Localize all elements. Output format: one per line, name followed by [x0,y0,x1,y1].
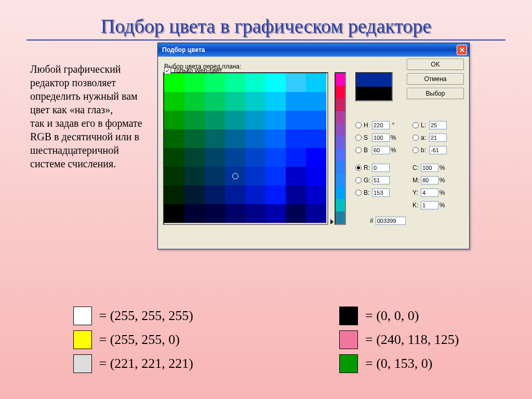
bv-field[interactable] [372,146,390,154]
palette-cell[interactable] [184,92,205,111]
web-only-label: Только Web-цвет [173,67,222,74]
palette-cell[interactable] [184,204,205,223]
palette-cell[interactable] [286,148,306,167]
palette-cell[interactable] [245,204,265,223]
s-field[interactable] [372,134,390,142]
color-palette[interactable] [163,72,328,225]
palette-cell[interactable] [184,129,205,148]
radio-s[interactable] [355,135,362,141]
palette-cell[interactable] [225,185,245,204]
radio-g[interactable] [355,177,362,183]
palette-cell[interactable] [265,129,286,148]
palette-cell[interactable] [245,73,265,92]
palette-cell[interactable] [164,129,184,148]
palette-cell[interactable] [225,92,245,111]
palette-cell[interactable] [306,111,326,129]
web-only-checkbox[interactable]: ✓ [164,68,171,74]
palette-cell[interactable] [306,148,326,167]
radio-h[interactable] [355,122,362,128]
palette-cell[interactable] [225,148,245,167]
palette-cell[interactable] [164,185,184,204]
palette-cell[interactable] [286,204,306,223]
palette-cell[interactable] [245,185,265,204]
palette-cell[interactable] [265,73,286,92]
palette-cell[interactable] [286,185,306,204]
radio-b[interactable] [413,147,419,153]
palette-cell[interactable] [225,111,245,129]
value-fields: H ° L: S % a: B % b: R: [355,119,464,227]
radio-bv[interactable] [355,147,362,153]
palette-cell[interactable] [245,92,265,111]
palette-cell[interactable] [306,92,326,111]
palette-cell[interactable] [205,167,225,185]
legend-swatch [339,330,358,349]
legend-value: = (255, 255, 0) [99,332,180,348]
palette-cell[interactable] [164,92,184,111]
palette-cell[interactable] [164,111,184,129]
g-field[interactable] [372,176,390,184]
hex-field[interactable] [376,217,406,225]
palette-cell[interactable] [205,129,225,148]
palette-cell[interactable] [225,204,245,223]
palette-cell[interactable] [225,73,245,92]
cancel-button[interactable]: Отмена [407,73,464,85]
palette-cell[interactable] [245,111,265,129]
palette-cell[interactable] [265,111,286,129]
palette-cell[interactable] [306,167,326,185]
ok-button[interactable]: OK [407,59,464,70]
m-field[interactable] [421,176,438,184]
b-field[interactable] [429,146,447,154]
palette-cell[interactable] [306,129,326,148]
palette-cell[interactable] [164,204,184,223]
palette-cell[interactable] [205,73,225,92]
palette-cell[interactable] [306,73,326,92]
palette-cell[interactable] [286,111,306,129]
palette-cell[interactable] [306,204,326,223]
h-field[interactable] [372,121,390,129]
palette-cell[interactable] [265,92,286,111]
y-field[interactable] [421,189,438,197]
radio-l[interactable] [413,122,419,128]
hex-label: # [370,217,374,224]
palette-cell[interactable] [205,204,225,223]
palette-cell[interactable] [225,129,245,148]
r-field[interactable] [372,164,390,172]
palette-cell[interactable] [245,129,265,148]
palette-cell[interactable] [205,185,225,204]
hue-strip[interactable] [335,72,346,225]
palette-cell[interactable] [184,148,205,167]
titlebar[interactable]: Подбор цвета ✕ [158,43,469,57]
palette-cell[interactable] [184,167,205,185]
palette-cell[interactable] [164,148,184,167]
palette-cell[interactable] [265,167,286,185]
palette-cell[interactable] [286,73,306,92]
radio-r[interactable] [355,165,362,171]
radio-a[interactable] [413,135,419,141]
bb-field[interactable] [372,189,390,197]
c-field[interactable] [421,164,438,172]
palette-cell[interactable] [205,92,225,111]
dialog-title: Подбор цвета [162,46,205,54]
palette-cell[interactable] [265,204,286,223]
palette-cell[interactable] [164,73,184,92]
palette-cell[interactable] [245,167,265,185]
palette-cell[interactable] [164,167,184,185]
k-field[interactable] [421,201,438,209]
l-field[interactable] [429,121,447,129]
palette-cell[interactable] [265,148,286,167]
radio-bb[interactable] [355,190,362,196]
palette-cell[interactable] [286,129,306,148]
palette-cell[interactable] [205,111,225,129]
palette-cell[interactable] [286,167,306,185]
palette-cell[interactable] [184,73,205,92]
palette-cell[interactable] [245,148,265,167]
palette-cell[interactable] [286,92,306,111]
select-button[interactable]: Выбор [407,88,464,99]
palette-cell[interactable] [265,185,286,204]
palette-cell[interactable] [205,148,225,167]
a-field[interactable] [429,134,447,142]
close-icon[interactable]: ✕ [457,45,467,55]
palette-cell[interactable] [184,185,205,204]
palette-cell[interactable] [306,185,326,204]
palette-cell[interactable] [184,111,205,129]
